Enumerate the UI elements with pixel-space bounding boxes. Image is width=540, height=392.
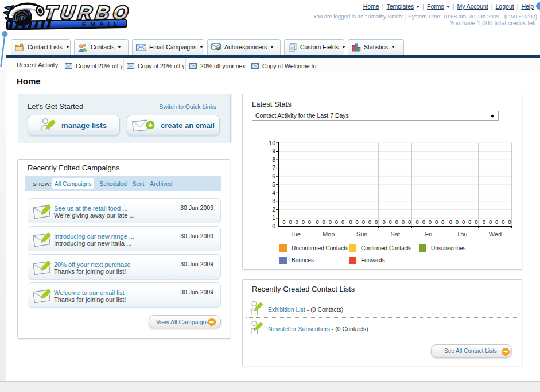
svg-text:2: 2 (272, 206, 275, 213)
svg-text:Mon: Mon (323, 231, 335, 238)
svg-text:0 0 0 0 0: 0 0 0 0 0 (282, 219, 312, 225)
svg-text:0: 0 (272, 223, 275, 230)
svg-text:3: 3 (272, 197, 275, 204)
svg-text:0 0 0 0 0: 0 0 0 0 0 (416, 219, 445, 225)
svg-text:0 0 0 0 0: 0 0 0 0 0 (349, 219, 379, 225)
svg-text:4: 4 (272, 189, 275, 196)
svg-text:TURBO: TURBO (44, 2, 133, 23)
svg-text:Tue: Tue (290, 231, 301, 238)
svg-text:8: 8 (272, 156, 275, 163)
svg-text:1: 1 (272, 214, 275, 221)
svg-text:10: 10 (269, 139, 275, 146)
svg-text:Thu: Thu (456, 231, 467, 238)
svg-text:Sun: Sun (356, 231, 368, 238)
svg-text:Fri: Fri (425, 231, 432, 238)
svg-text:9: 9 (272, 148, 275, 154)
svg-text:0 0 0 0 0: 0 0 0 0 0 (316, 219, 345, 225)
svg-text:Wed: Wed (489, 231, 502, 238)
svg-text:7: 7 (272, 164, 275, 171)
svg-text:5: 5 (272, 181, 275, 188)
svg-text:0 0 0 0 0: 0 0 0 0 0 (449, 219, 479, 225)
svg-text:0 0 0 0 0: 0 0 0 0 0 (483, 219, 512, 225)
svg-text:Sat: Sat (390, 231, 400, 238)
svg-text:0 0 0 0 0: 0 0 0 0 0 (383, 219, 412, 225)
svg-text:6: 6 (272, 173, 275, 180)
